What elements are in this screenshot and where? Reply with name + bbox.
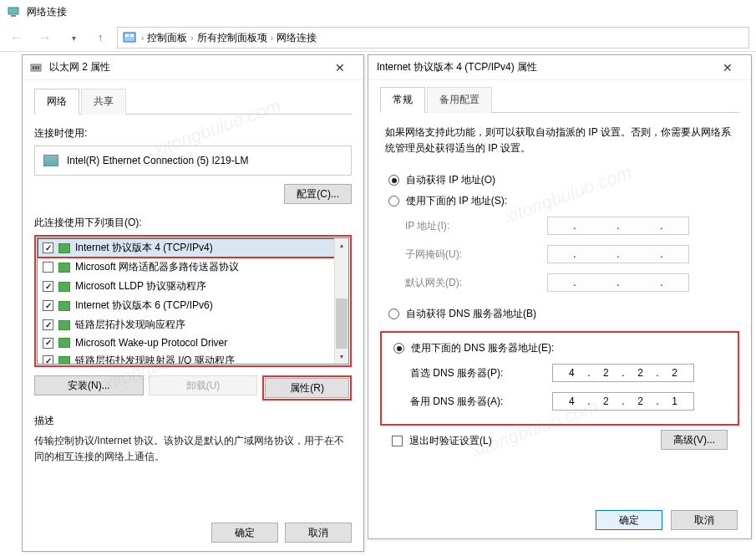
list-label: 此连接使用下列项目(O): — [34, 216, 352, 230]
radio-dns-manual[interactable]: 使用下面的 DNS 服务器地址(E): — [385, 338, 734, 359]
ip-address-label: IP 地址(I): — [405, 219, 539, 233]
radio-icon — [388, 309, 399, 319]
protocol-icon — [58, 320, 70, 330]
list-item-label: 链路层拓扑发现响应程序 — [75, 318, 185, 332]
adapter-icon — [43, 155, 58, 166]
properties-button[interactable]: 属性(R) — [265, 378, 349, 398]
list-item[interactable]: 链路层拓扑发现响应程序 — [38, 315, 348, 334]
control-panel-icon — [123, 31, 136, 44]
list-item[interactable]: Microsoft LLDP 协议驱动程序 — [38, 277, 348, 296]
install-button[interactable]: 安装(N)... — [34, 375, 144, 395]
close-button[interactable]: ✕ — [711, 56, 744, 79]
nav-back-icon[interactable]: ← — [7, 28, 27, 48]
configure-button[interactable]: 配置(C)... — [284, 184, 352, 204]
scroll-down-icon[interactable]: ▾ — [335, 349, 348, 364]
list-item[interactable]: Microsoft Wake-up Protocol Driver — [38, 334, 348, 351]
svg-rect-3 — [125, 34, 129, 37]
dialog-title: 以太网 2 属性 — [49, 60, 110, 74]
svg-rect-7 — [35, 66, 37, 69]
list-item-label: Internet 协议版本 4 (TCP/IPv4) — [75, 241, 213, 255]
subnet-mask-label: 子网掩码(U): — [405, 247, 539, 262]
chevron-right-icon: › — [190, 33, 193, 43]
breadcrumb-item[interactable]: 控制面板 — [147, 31, 187, 45]
tab-general[interactable]: 常规 — [380, 87, 425, 113]
list-item-label: Microsoft LLDP 协议驱动程序 — [75, 279, 206, 293]
window-title: 网络连接 — [27, 5, 67, 19]
alternate-dns-input[interactable]: 4. 2. 2. 1 — [552, 392, 694, 411]
ethernet-icon — [29, 61, 43, 74]
adapter-name: Intel(R) Ethernet Connection (5) I219-LM — [67, 155, 248, 166]
nav-up-icon[interactable]: ↑ — [92, 29, 109, 46]
close-button[interactable]: ✕ — [323, 56, 357, 79]
uninstall-button: 卸载(U) — [149, 375, 258, 395]
connect-using-label: 连接时使用: — [34, 126, 352, 140]
tab-alternate[interactable]: 备用配置 — [427, 87, 492, 113]
protocol-icon — [58, 356, 70, 365]
radio-dns-auto[interactable]: 自动获得 DNS 服务器地址(B) — [380, 304, 739, 324]
svg-rect-0 — [8, 8, 18, 14]
checkbox-icon[interactable] — [43, 319, 53, 330]
titlebar[interactable]: Internet 协议版本 4 (TCP/IPv4) 属性 ✕ — [368, 55, 751, 80]
ethernet-properties-dialog: 以太网 2 属性 ✕ 网络 共享 连接时使用: Intel(R) Etherne… — [22, 54, 364, 552]
radio-icon — [388, 175, 399, 186]
list-item[interactable]: Internet 协议版本 6 (TCP/IPv6) — [38, 296, 348, 315]
tab-sharing[interactable]: 共享 — [81, 89, 126, 115]
list-item[interactable]: Microsoft 网络适配器多路传送器协议 — [38, 258, 348, 277]
tab-network[interactable]: 网络 — [34, 89, 79, 115]
dns-section-highlight: 使用下面的 DNS 服务器地址(E): 首选 DNS 服务器(P): 4. 2.… — [380, 331, 739, 426]
radio-ip-manual[interactable]: 使用下面的 IP 地址(S): — [380, 191, 739, 212]
cancel-button[interactable]: 取消 — [671, 510, 738, 530]
protocol-icon — [58, 263, 70, 273]
preferred-dns-input[interactable]: 4. 2. 2. 2 — [552, 364, 694, 382]
ok-button[interactable]: 确定 — [596, 510, 662, 530]
svg-rect-4 — [130, 34, 134, 37]
protocol-list[interactable]: Internet 协议版本 4 (TCP/IPv4)Microsoft 网络适配… — [37, 237, 349, 365]
chevron-right-icon: › — [271, 33, 273, 43]
advanced-button[interactable]: 高级(V)... — [661, 430, 728, 450]
checkbox-icon[interactable] — [43, 262, 53, 273]
checkbox-icon[interactable] — [43, 242, 53, 253]
nav-forward-icon[interactable]: → — [35, 28, 55, 48]
ipv4-properties-dialog: Internet 协议版本 4 (TCP/IPv4) 属性 ✕ 常规 备用配置 … — [368, 54, 752, 539]
list-item-label: Internet 协议版本 6 (TCP/IPv6) — [75, 298, 213, 313]
svg-rect-6 — [33, 66, 34, 69]
scrollbar[interactable]: ▴ ▾ — [334, 238, 348, 364]
breadcrumb-item[interactable]: 所有控制面板项 — [197, 31, 267, 45]
protocol-icon — [58, 282, 70, 292]
list-item[interactable]: Internet 协议版本 4 (TCP/IPv4) — [38, 238, 348, 258]
chevron-right-icon: › — [141, 33, 144, 43]
alternate-dns-label: 备用 DNS 服务器(A): — [410, 395, 544, 409]
checkbox-icon[interactable] — [43, 355, 53, 364]
checkbox-icon[interactable] — [43, 300, 53, 311]
protocol-icon — [58, 301, 70, 311]
preferred-dns-label: 首选 DNS 服务器(P): — [410, 366, 544, 380]
gateway-label: 默认网关(D): — [405, 276, 539, 290]
gateway-input: ... — [547, 273, 689, 292]
address-bar[interactable]: › 控制面板 › 所有控制面板项 › 网络连接 — [117, 27, 749, 48]
description-text: 传输控制协议/Internet 协议。该协议是默认的广域网络协议，用于在不同的相… — [34, 433, 352, 465]
list-item-label: Microsoft Wake-up Protocol Driver — [75, 337, 227, 349]
list-item[interactable]: 链路层拓扑发现映射器 I/O 驱动程序 — [38, 351, 348, 364]
description-label: 描述 — [34, 414, 352, 428]
scroll-up-icon[interactable]: ▴ — [335, 238, 348, 252]
svg-rect-1 — [11, 15, 16, 17]
checkbox-icon[interactable] — [43, 338, 53, 349]
list-item-label: Microsoft 网络适配器多路传送器协议 — [75, 260, 239, 274]
ip-address-input: ... — [547, 217, 689, 235]
adapter-box: Intel(R) Ethernet Connection (5) I219-LM — [34, 145, 352, 176]
svg-rect-8 — [38, 66, 39, 69]
svg-rect-2 — [124, 33, 135, 42]
scroll-thumb[interactable] — [336, 298, 348, 349]
protocol-icon — [58, 338, 70, 348]
ok-button[interactable]: 确定 — [211, 523, 278, 543]
checkbox-icon — [392, 436, 403, 446]
network-connections-icon — [7, 5, 20, 18]
titlebar[interactable]: 以太网 2 属性 ✕ — [23, 55, 363, 80]
checkbox-icon[interactable] — [43, 281, 53, 292]
explorer-header: 网络连接 ← → ▾ ↑ › 控制面板 › 所有控制面板项 › 网络连接 — [0, 0, 756, 52]
radio-ip-auto[interactable]: 自动获得 IP 地址(O) — [380, 170, 739, 191]
nav-dropdown-icon[interactable]: ▾ — [63, 28, 84, 48]
cancel-button[interactable]: 取消 — [285, 523, 352, 543]
dialog-title: Internet 协议版本 4 (TCP/IPv4) 属性 — [377, 60, 537, 74]
breadcrumb-item[interactable]: 网络连接 — [277, 31, 317, 45]
